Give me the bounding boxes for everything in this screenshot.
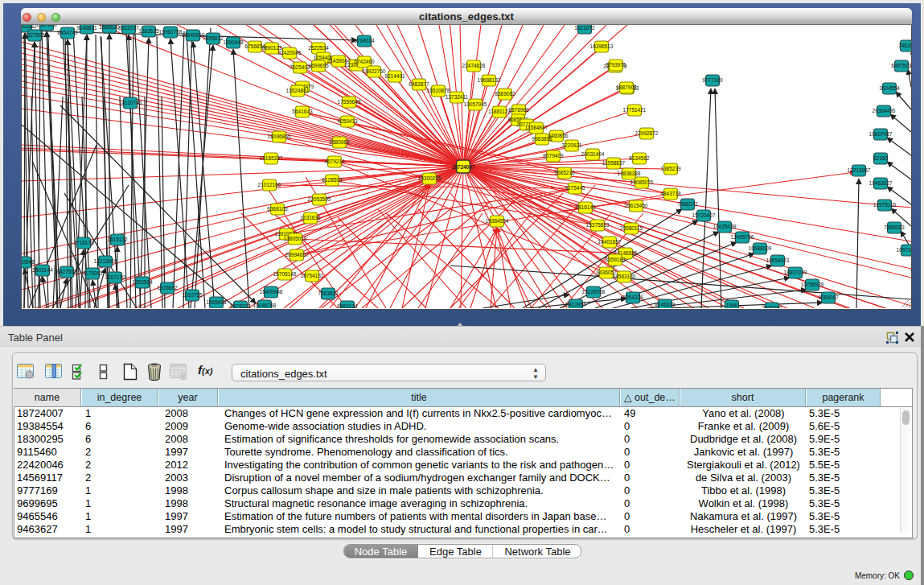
svg-text:22053595: 22053595 — [308, 196, 331, 202]
svg-text:12213987: 12213987 — [848, 167, 871, 173]
svg-text:7855812: 7855812 — [203, 35, 224, 41]
svg-text:8079409: 8079409 — [543, 153, 564, 159]
svg-text:20364436: 20364436 — [873, 108, 896, 113]
svg-text:1965498: 1965498 — [206, 299, 227, 305]
svg-text:8359183: 8359183 — [605, 257, 626, 262]
svg-text:8427552: 8427552 — [56, 269, 77, 274]
svg-text:10046768: 10046768 — [253, 303, 277, 308]
svg-text:20580115: 20580115 — [620, 225, 643, 231]
svg-text:1990448: 1990448 — [223, 39, 244, 45]
svg-text:19463627: 19463627 — [869, 180, 893, 186]
svg-text:10607487: 10607487 — [869, 131, 893, 137]
svg-text:1362615: 1362615 — [138, 28, 159, 34]
svg-text:13524861: 13524861 — [286, 88, 310, 93]
svg-text:1621072: 1621072 — [574, 25, 595, 31]
svg-text:13732411: 13732411 — [446, 94, 469, 100]
svg-text:10688609: 10688609 — [749, 245, 772, 251]
svg-text:10973493: 10973493 — [897, 247, 911, 253]
svg-text:9699695: 9699695 — [308, 63, 329, 68]
svg-text:10025438: 10025438 — [713, 224, 737, 229]
svg-text:4679214: 4679214 — [324, 159, 345, 164]
svg-text:1916682: 1916682 — [157, 285, 178, 290]
svg-text:16396513: 16396513 — [590, 43, 614, 49]
svg-text:10057945: 10057945 — [464, 101, 487, 107]
svg-text:9275445: 9275445 — [565, 185, 585, 191]
svg-text:6128503: 6128503 — [322, 177, 343, 183]
svg-text:16543382: 16543382 — [22, 25, 37, 29]
svg-text:2522534: 2522534 — [308, 45, 329, 51]
svg-text:18754131: 18754131 — [301, 273, 324, 278]
svg-text:22992872: 22992872 — [635, 130, 659, 136]
svg-text:1353594: 1353594 — [132, 279, 153, 285]
svg-text:2580963: 2580963 — [329, 139, 350, 145]
svg-text:18096865: 18096865 — [268, 134, 291, 139]
svg-text:3220921: 3220921 — [561, 142, 582, 148]
svg-text:7986372: 7986372 — [677, 201, 698, 207]
svg-text:6482877: 6482877 — [409, 81, 429, 87]
svg-text:2876760: 2876760 — [762, 305, 782, 308]
svg-text:20615450: 20615450 — [625, 203, 648, 208]
svg-text:9327505: 9327505 — [24, 32, 45, 38]
svg-text:3624554: 3624554 — [879, 85, 900, 91]
svg-text:8912954: 8912954 — [565, 302, 586, 307]
svg-text:8454749: 8454749 — [57, 30, 78, 35]
svg-text:8134562: 8134562 — [629, 155, 650, 161]
svg-text:18724007: 18724007 — [452, 164, 475, 170]
svg-text:1385239: 1385239 — [660, 166, 681, 171]
svg-text:20031404: 20031404 — [581, 151, 605, 157]
svg-text:6368105: 6368105 — [267, 206, 288, 212]
svg-text:3131636: 3131636 — [300, 215, 321, 220]
svg-text:13805018: 13805018 — [284, 236, 307, 241]
svg-text:16510878: 16510878 — [427, 88, 450, 93]
svg-text:19563180: 19563180 — [613, 274, 636, 279]
svg-text:8660124: 8660124 — [337, 303, 358, 308]
svg-text:17751421: 17751421 — [623, 107, 647, 113]
svg-text:2803144: 2803144 — [32, 267, 53, 273]
svg-text:5641643: 5641643 — [292, 109, 313, 114]
svg-text:3267130: 3267130 — [105, 274, 125, 280]
svg-text:2718170: 2718170 — [73, 240, 94, 245]
svg-text:11881122: 11881122 — [488, 109, 511, 114]
svg-text:16705148: 16705148 — [273, 271, 297, 277]
svg-text:14120746: 14120746 — [119, 100, 142, 105]
svg-text:7625402: 7625402 — [290, 64, 310, 70]
svg-text:9084067: 9084067 — [818, 295, 839, 300]
svg-text:12975115: 12975115 — [873, 202, 897, 208]
svg-text:8878332: 8878332 — [230, 303, 251, 308]
svg-text:19085076: 19085076 — [630, 179, 654, 185]
svg-text:11584847: 11584847 — [525, 125, 548, 130]
svg-text:2876966: 2876966 — [508, 107, 529, 113]
svg-text:9983893: 9983893 — [532, 136, 552, 142]
svg-text:19384554: 19384554 — [486, 218, 509, 224]
svg-text:12495796: 12495796 — [731, 234, 754, 240]
svg-text:1054339: 1054339 — [622, 295, 643, 300]
svg-text:9887903: 9887903 — [616, 84, 637, 90]
svg-text:18640910: 18640910 — [182, 32, 205, 38]
svg-text:6794024: 6794024 — [354, 38, 375, 43]
svg-text:17559643: 17559643 — [338, 99, 361, 105]
svg-text:2367608: 2367608 — [36, 25, 57, 27]
svg-text:10756928: 10756928 — [801, 282, 824, 287]
svg-text:16409948: 16409948 — [260, 289, 283, 295]
svg-text:6742460: 6742460 — [354, 59, 375, 64]
svg-text:22474828: 22474828 — [462, 63, 486, 68]
svg-text:9816145: 9816145 — [575, 204, 596, 210]
svg-text:8369062: 8369062 — [495, 91, 515, 97]
svg-text:1010755: 1010755 — [182, 292, 203, 298]
svg-text:19836388: 19836388 — [618, 171, 641, 176]
svg-text:4843718: 4843718 — [660, 191, 681, 196]
svg-text:4050413: 4050413 — [337, 118, 358, 124]
svg-text:18807249: 18807249 — [784, 270, 807, 275]
svg-text:9777169: 9777169 — [702, 77, 723, 83]
svg-text:19654923: 19654923 — [766, 257, 790, 263]
svg-text:8146328: 8146328 — [655, 302, 676, 307]
svg-text:9146821: 9146821 — [76, 25, 97, 31]
svg-text:18300295: 18300295 — [418, 175, 441, 181]
svg-text:15720407: 15720407 — [692, 212, 716, 218]
svg-text:20994697: 20994697 — [285, 252, 309, 257]
svg-text:21012166: 21012166 — [258, 182, 281, 187]
svg-text:13226058: 13226058 — [582, 289, 606, 295]
svg-text:746266: 746266 — [898, 43, 911, 48]
svg-text:18922760: 18922760 — [363, 68, 386, 74]
svg-text:1546: 1546 — [726, 303, 738, 308]
